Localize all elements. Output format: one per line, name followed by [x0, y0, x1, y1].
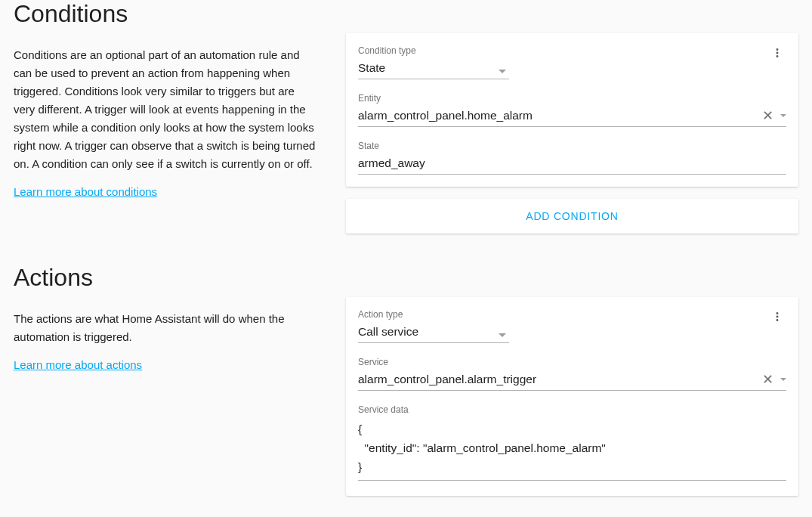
condition-state-label: State — [358, 141, 786, 151]
condition-card-menu[interactable] — [768, 45, 786, 63]
action-service-data-label: Service data — [358, 404, 786, 415]
action-service-input[interactable] — [358, 370, 786, 391]
conditions-heading: Conditions — [14, 0, 316, 28]
chevron-down-icon — [499, 333, 506, 337]
action-service-data-textarea[interactable] — [358, 418, 786, 481]
more-vert-icon — [770, 46, 784, 63]
actions-description: The actions are what Home Assistant will… — [14, 310, 316, 346]
add-condition-button[interactable]: Add Condition — [526, 210, 618, 222]
conditions-description: Conditions are an optional part of an au… — [14, 46, 316, 173]
actions-heading: Actions — [14, 264, 316, 292]
condition-card: Condition type Entity ✕ State — [346, 33, 798, 187]
conditions-learn-link[interactable]: Learn more about conditions — [14, 185, 157, 198]
add-condition-card: Add Condition — [346, 199, 798, 234]
condition-state-input[interactable] — [358, 154, 786, 175]
condition-type-label: Condition type — [358, 45, 509, 56]
actions-learn-link[interactable]: Learn more about actions — [14, 358, 142, 371]
action-card: Action type Service ✕ Service data — [346, 297, 798, 496]
action-service-label: Service — [358, 357, 786, 367]
chevron-down-icon — [499, 70, 506, 73]
action-type-select[interactable] — [358, 323, 509, 343]
chevron-down-icon[interactable] — [780, 114, 786, 117]
chevron-down-icon[interactable] — [780, 378, 786, 381]
condition-entity-input[interactable] — [358, 107, 786, 127]
action-type-label: Action type — [358, 309, 509, 320]
condition-type-select[interactable] — [358, 59, 509, 79]
condition-entity-label: Entity — [358, 93, 786, 104]
clear-icon[interactable]: ✕ — [761, 373, 774, 386]
action-card-menu[interactable] — [768, 309, 786, 327]
more-vert-icon — [770, 310, 784, 327]
clear-icon[interactable]: ✕ — [761, 109, 774, 122]
